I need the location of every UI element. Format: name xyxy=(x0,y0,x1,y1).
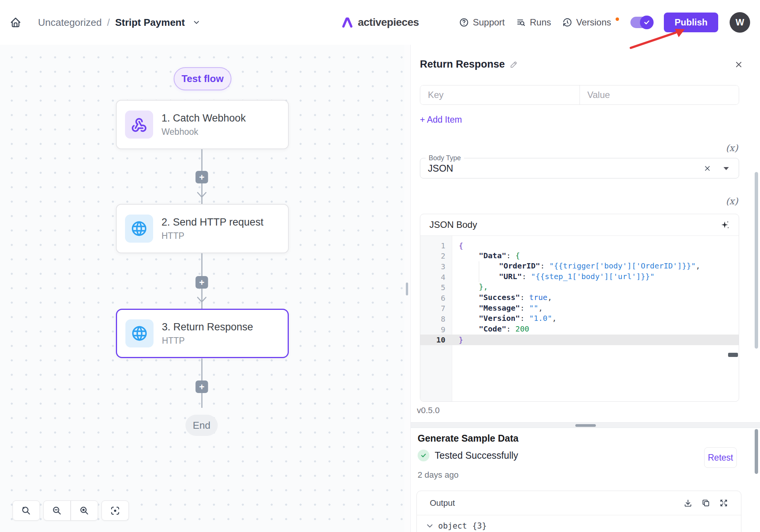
breadcrumb-category[interactable]: Uncategorized xyxy=(38,17,102,28)
fit-to-view-button[interactable] xyxy=(102,501,128,520)
panel-section-divider[interactable] xyxy=(411,422,760,428)
panel-scrollbar-bottom[interactable] xyxy=(755,429,758,474)
edit-pencil-icon[interactable] xyxy=(510,60,518,69)
code-line[interactable]: 7"Message": "", xyxy=(420,303,739,314)
code-line[interactable]: 10} xyxy=(420,335,739,345)
zoom-out-icon xyxy=(52,505,62,516)
add-item-button[interactable]: + Add Item xyxy=(420,115,462,125)
piece-version-label: v0.5.0 xyxy=(417,406,440,415)
flow-enabled-toggle[interactable] xyxy=(630,17,652,28)
tree-chevron-icon xyxy=(427,524,433,528)
step-title: 2. Send HTTP request xyxy=(162,216,263,228)
zoom-reset-button[interactable] xyxy=(13,501,40,520)
webhook-icon xyxy=(125,111,153,139)
clear-selection-icon[interactable] xyxy=(703,164,711,172)
output-tree-root[interactable]: object {3} xyxy=(417,515,741,530)
versions-notification-dot xyxy=(616,17,619,21)
code-line[interactable]: 5}, xyxy=(420,282,739,293)
body-type-label: Body Type xyxy=(426,154,464,162)
user-avatar[interactable]: W xyxy=(730,12,750,33)
test-flow-button[interactable]: Test flow xyxy=(174,67,231,90)
add-step-button-1[interactable]: + xyxy=(196,171,208,183)
insert-variable-icon[interactable]: (x) xyxy=(726,196,738,207)
add-step-button-2[interactable]: + xyxy=(196,276,208,289)
panel-title: Return Response xyxy=(420,58,505,70)
activepieces-logo: activepieces xyxy=(341,16,419,28)
home-icon[interactable] xyxy=(10,17,21,28)
panel-scrollbar-top[interactable] xyxy=(755,172,758,349)
body-type-value: JSON xyxy=(428,163,453,174)
flow-canvas[interactable]: Test flow 1. Catch Webhook Webhook + xyxy=(0,45,404,532)
focus-frame-icon xyxy=(110,505,120,516)
versions-label: Versions xyxy=(576,17,611,28)
flow-builder-screen: Uncategorized / Stript Payment activepie… xyxy=(0,0,760,532)
copy-icon[interactable] xyxy=(701,499,710,507)
panel-resize-handle[interactable] xyxy=(406,283,408,295)
breadcrumb-separator: / xyxy=(107,17,110,28)
code-lines: 1{2"Data": {3"OrderID": "{{trigger['body… xyxy=(420,240,739,345)
code-line[interactable]: 6"Success": true, xyxy=(420,293,739,303)
flow-name[interactable]: Stript Payment xyxy=(115,17,185,28)
history-icon xyxy=(562,17,572,27)
divider-grip xyxy=(575,424,596,427)
retest-button[interactable]: Retest xyxy=(704,447,737,468)
step-subtitle: Webhook xyxy=(162,127,246,137)
json-body-label: JSON Body xyxy=(429,219,477,230)
body-type-select[interactable]: Body Type JSON xyxy=(420,154,739,178)
step-settings-panel: Return Response + Add Item (x) Body Type… xyxy=(410,45,760,532)
zoom-out-button[interactable] xyxy=(44,501,70,520)
step-subtitle: HTTP xyxy=(162,231,263,241)
step-card-return-response[interactable]: 3. Return Response HTTP xyxy=(116,309,289,358)
insert-variable-icon[interactable]: (x) xyxy=(726,143,738,153)
code-line[interactable]: 4"URL": "{{step_1['body']['url']}}" xyxy=(420,272,739,283)
flow-end-node: End xyxy=(185,415,218,436)
support-label: Support xyxy=(473,17,505,28)
zoom-in-button[interactable] xyxy=(71,501,98,520)
output-node-count: {3} xyxy=(472,521,487,530)
dropdown-caret-icon[interactable] xyxy=(723,166,730,171)
help-icon xyxy=(459,17,469,27)
activepieces-logo-icon xyxy=(341,16,353,28)
key-input[interactable] xyxy=(420,85,580,104)
step-title: 3. Return Response xyxy=(162,321,253,333)
value-input[interactable] xyxy=(580,85,739,104)
zoom-reset-icon xyxy=(21,505,32,516)
arrow-down-icon xyxy=(196,192,207,199)
output-title: Output xyxy=(430,498,455,508)
support-button[interactable]: Support xyxy=(459,17,505,28)
code-line[interactable]: 9"Code": 200 xyxy=(420,324,739,335)
step-card-catch-webhook[interactable]: 1. Catch Webhook Webhook xyxy=(116,100,289,149)
globe-icon xyxy=(125,215,153,243)
test-status-label: Tested Successfully xyxy=(435,450,518,461)
connector-2: + xyxy=(190,253,213,309)
success-check-icon xyxy=(418,450,429,461)
close-panel-icon[interactable] xyxy=(734,60,743,69)
globe-icon xyxy=(125,319,154,347)
code-line[interactable]: 8"Version": "1.0", xyxy=(420,314,739,324)
editor-scrollbar-thumb[interactable] xyxy=(728,353,738,357)
download-icon[interactable] xyxy=(684,499,692,507)
panel-resize-gap xyxy=(404,45,410,532)
connector-3: + xyxy=(190,358,213,415)
step-subtitle: HTTP xyxy=(162,336,253,346)
list-search-icon xyxy=(516,17,526,27)
publish-button[interactable]: Publish xyxy=(664,13,718,32)
code-editor[interactable]: 1{2"Data": {3"OrderID": "{{trigger['body… xyxy=(420,236,739,402)
top-header: Uncategorized / Stript Payment activepie… xyxy=(0,0,760,45)
expand-icon[interactable] xyxy=(719,499,728,507)
zoom-in-icon xyxy=(79,505,90,516)
generate-sample-data-title: Generate Sample Data xyxy=(418,433,518,444)
versions-button[interactable]: Versions xyxy=(562,17,611,28)
ai-sparkle-icon[interactable] xyxy=(720,220,730,230)
add-step-button-3[interactable]: + xyxy=(196,380,208,393)
flow-menu-chevron-icon[interactable] xyxy=(192,18,201,27)
canvas-zoom-toolbar xyxy=(13,500,129,521)
step-card-send-http[interactable]: 2. Send HTTP request HTTP xyxy=(116,204,289,253)
runs-button[interactable]: Runs xyxy=(516,17,551,28)
test-timestamp: 2 days ago xyxy=(418,470,459,480)
code-line[interactable]: 2"Data": { xyxy=(420,251,739,262)
logo-text: activepieces xyxy=(358,16,419,28)
code-line[interactable]: 3"OrderID": "{{trigger['body']['OrderID'… xyxy=(420,261,739,272)
code-line[interactable]: 1{ xyxy=(420,240,739,251)
arrow-down-icon xyxy=(196,297,207,303)
